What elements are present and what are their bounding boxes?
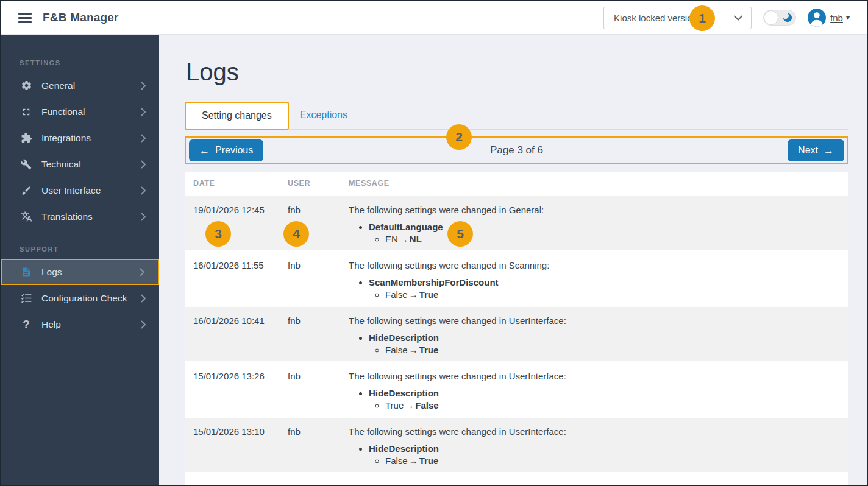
column-message: Message [349,179,848,188]
chevron-right-icon [141,320,146,329]
caret-down-icon: ▾ [846,13,850,22]
checklist-icon [20,292,33,304]
sidebar-item-label: Help [41,319,61,330]
log-message-intro: The following settings were changed in S… [349,260,848,270]
translate-icon [20,211,33,222]
log-date: 15/01/2026 13:10 [193,426,288,466]
table-row: 16/01/2026 10:41 fnb The following setti… [185,307,848,362]
brush-icon [20,185,33,196]
arrow-left-icon: ← [199,146,210,156]
previous-button-label: Previous [215,145,253,156]
sidebar-item-logs[interactable]: Logs [1,259,159,285]
log-message-intro: The following settings were changed in G… [349,205,848,215]
annotation-badge-4: 4 [283,221,309,247]
version-select[interactable]: Kiosk locked version 1 [603,7,752,29]
log-user: fnb [288,426,349,466]
old-value: EN [385,234,398,244]
log-message-intro: The following settings were changed in U… [349,371,848,381]
sidebar-item-integrations[interactable]: Integrations [1,125,159,151]
new-value: True [419,289,439,300]
arrow-right-icon: → [824,146,834,156]
chevron-right-icon [141,294,146,303]
sidebar-item-label: Integrations [41,133,91,144]
sidebar-item-general[interactable]: General [1,72,159,99]
tab-exceptions[interactable]: Exceptions [289,102,363,129]
log-date: 16/01/2026 11:55 [193,260,288,300]
table-row: 15/01/2026 13:10 fnb The following setti… [185,418,848,473]
page-status: Page 3 of 6 [186,144,847,157]
sidebar-item-configuration-check[interactable]: Configuration Check [1,285,159,311]
setting-name: HideDescription [369,443,439,454]
new-value: True [419,345,439,355]
topbar-right: Kiosk locked version 1 [603,7,850,29]
table-row: 16/01/2026 11:55 fnb The following setti… [185,252,848,307]
topbar: F&B Manager Kiosk locked version 1 [1,1,867,35]
setting-name: DefaultLanguage [369,222,443,232]
sidebar-item-label: Logs [41,267,62,278]
new-value: NL [410,234,422,244]
arrow-right-icon: → [408,345,419,355]
sidebar-item-label: General [41,80,75,91]
sidebar: Settings General Functional Integrations [1,35,159,485]
previous-button[interactable]: ← Previous [189,139,263,161]
log-date: 15/01/2026 13:26 [193,371,288,410]
setting-name: HideDescription [369,333,439,343]
arrow-right-icon: → [408,456,419,466]
chevron-down-icon [734,15,742,21]
sidebar-item-functional[interactable]: Functional [1,99,159,125]
sidebar-section-settings: Settings [1,59,159,66]
log-message-intro: The following settings were changed in U… [349,315,848,326]
tab-setting-changes[interactable]: Setting changes [185,102,289,130]
arrow-right-icon: → [398,234,410,244]
annotation-badge-5: 5 [447,221,473,247]
log-message-intro: The following settings were changed in U… [349,426,848,437]
sidebar-section-support: Support [1,245,159,253]
setting-name: HideDescription [369,388,439,398]
log-message: The following settings were changed in U… [349,371,848,410]
table-row: 15/01/2026 13:26 fnb The following setti… [185,362,848,418]
column-user: User [288,179,349,188]
sidebar-item-technical[interactable]: Technical [1,151,159,177]
log-user: fnb [288,315,349,355]
arrow-right-icon: → [408,289,419,300]
next-button-label: Next [798,145,818,156]
user-menu[interactable]: fnb [830,13,843,23]
log-user: fnb [288,371,349,410]
version-select-value: Kiosk locked version [614,13,734,23]
new-value: False [415,400,438,410]
annotation-badge-3: 3 [205,221,231,247]
chevron-right-icon [141,134,146,143]
chevron-right-icon [141,160,146,169]
sidebar-item-help[interactable]: ? Help [1,311,159,337]
log-message: The following settings were changed in U… [349,426,848,466]
table-header: Date User Message [185,172,848,196]
old-value: False [385,456,408,466]
old-value: False [385,345,408,355]
sidebar-item-label: Functional [41,107,85,118]
user-avatar-icon[interactable] [808,9,826,27]
expand-icon [20,107,33,118]
column-date: Date [193,179,288,188]
document-icon [20,267,33,278]
dark-mode-toggle[interactable] [763,10,796,26]
log-message: The following settings were changed in G… [349,205,848,244]
sidebar-item-translations[interactable]: Translations [1,203,159,230]
sidebar-item-label: Technical [41,159,81,170]
main-content: Logs Setting changes Exceptions ← Previo… [159,35,867,485]
sidebar-item-user-interface[interactable]: User Interface [1,177,159,203]
table-row: 19/01/2026 12:45 fnb The following setti… [185,196,848,252]
sidebar-item-label: Configuration Check [41,293,127,304]
log-user: fnb [288,260,349,300]
menu-icon[interactable] [18,13,32,23]
next-button[interactable]: Next → [788,139,844,161]
gear-icon [20,80,33,91]
puzzle-icon [20,132,33,144]
question-icon: ? [20,318,33,331]
new-value: True [419,456,439,466]
old-value: True [385,400,404,410]
tab-bar: Setting changes Exceptions [185,102,848,130]
app-title: F&B Manager [43,11,119,24]
chevron-right-icon [141,108,146,116]
setting-name: ScanMembershipForDiscount [369,277,499,287]
pagination-bar: ← Previous Page 3 of 6 Next → 2 [185,136,848,164]
